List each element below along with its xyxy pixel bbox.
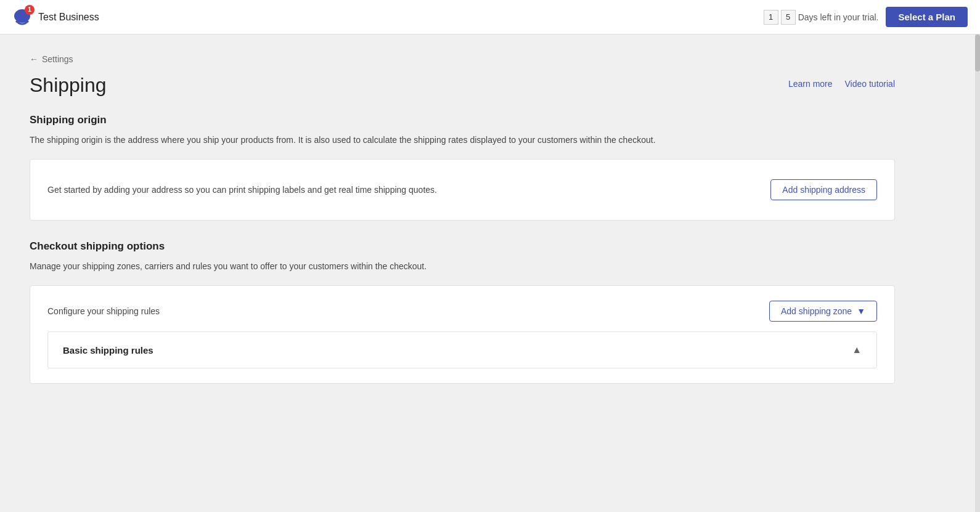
trial-digit-1: 1: [764, 10, 778, 25]
zone-card-header: Configure your shipping rules Add shippi…: [47, 301, 877, 322]
video-tutorial-link[interactable]: Video tutorial: [845, 79, 895, 89]
basic-rules-card: Basic shipping rules ▲: [47, 331, 877, 368]
topnav-left: 1 Test Business: [12, 7, 99, 27]
zone-card: Configure your shipping rules Add shippi…: [30, 285, 895, 384]
chevron-up-icon[interactable]: ▲: [852, 344, 862, 356]
basic-rules-title: Basic shipping rules: [63, 345, 153, 356]
page-title: Shipping: [30, 74, 107, 97]
scrollbar-track[interactable]: [975, 35, 980, 413]
configure-shipping-text: Configure your shipping rules: [47, 306, 160, 316]
page-header: Shipping Learn more Video tutorial: [30, 74, 895, 97]
logo-icon[interactable]: 1: [12, 7, 32, 27]
back-link-label: Settings: [42, 54, 73, 64]
shipping-origin-card: Get started by adding your address so yo…: [30, 159, 895, 221]
shipping-origin-description: The shipping origin is the address where…: [30, 134, 895, 147]
trial-digit-2: 5: [781, 10, 796, 25]
select-plan-button[interactable]: Select a Plan: [886, 7, 968, 27]
scrollbar-thumb[interactable]: [975, 35, 980, 71]
trial-info: 1 5 Days left in your trial.: [764, 10, 879, 25]
dropdown-arrow-icon: ▼: [857, 306, 865, 316]
back-arrow-icon: ←: [30, 54, 38, 64]
notification-badge: 1: [25, 5, 35, 15]
basic-rules-header: Basic shipping rules ▲: [63, 344, 862, 356]
back-link[interactable]: ← Settings: [30, 54, 895, 64]
topnav-right: 1 5 Days left in your trial. Select a Pl…: [764, 7, 968, 27]
shipping-origin-title: Shipping origin: [30, 114, 895, 126]
topnav: 1 Test Business 1 5 Days left in your tr…: [0, 0, 980, 35]
shipping-origin-card-text: Get started by adding your address so yo…: [47, 184, 437, 197]
shipping-origin-section: Shipping origin The shipping origin is t…: [30, 114, 895, 221]
shipping-origin-card-row: Get started by adding your address so yo…: [47, 179, 877, 200]
add-shipping-address-button[interactable]: Add shipping address: [770, 179, 877, 200]
main-content: ← Settings Shipping Learn more Video tut…: [0, 35, 925, 413]
checkout-shipping-description: Manage your shipping zones, carriers and…: [30, 260, 895, 273]
business-name: Test Business: [38, 12, 99, 23]
add-shipping-zone-button[interactable]: Add shipping zone ▼: [769, 301, 877, 322]
checkout-shipping-section: Checkout shipping options Manage your sh…: [30, 240, 895, 384]
trial-text: Days left in your trial.: [798, 12, 879, 22]
add-shipping-zone-label: Add shipping zone: [781, 306, 852, 316]
learn-more-link[interactable]: Learn more: [788, 79, 833, 89]
page-header-links: Learn more Video tutorial: [788, 79, 895, 89]
checkout-shipping-title: Checkout shipping options: [30, 240, 895, 253]
